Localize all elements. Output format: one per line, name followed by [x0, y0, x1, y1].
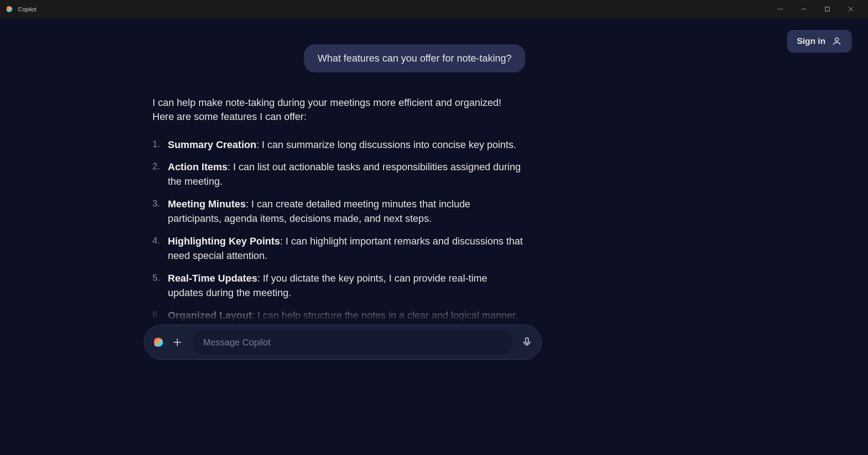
list-item: Real-Time Updates: If you dictate the ke…	[168, 271, 525, 300]
list-item: Organized Layout: I can help structure t…	[168, 308, 525, 325]
svg-point-0	[778, 9, 779, 10]
list-item: Summary Creation: I can summarize long d…	[168, 138, 525, 152]
copilot-logo-icon	[152, 336, 165, 349]
copilot-logo-icon	[5, 5, 14, 13]
chat-area: What features can you offer for note-tak…	[152, 44, 525, 325]
list-item: Meeting Minutes: I can create detailed m…	[168, 197, 525, 226]
list-item: Highlighting Key Points: I can highlight…	[168, 234, 525, 263]
message-input[interactable]	[203, 337, 502, 348]
svg-rect-4	[825, 7, 830, 11]
message-input-wrap	[192, 330, 512, 355]
svg-rect-6	[526, 338, 528, 343]
microphone-button[interactable]	[522, 336, 533, 348]
assistant-intro-text: I can help make note-taking during your …	[152, 96, 525, 124]
feature-list: Summary Creation: I can summarize long d…	[152, 138, 525, 325]
minimize-button[interactable]	[792, 0, 816, 18]
titlebar-title: Copilot	[18, 6, 36, 13]
feature-title: Action Items	[168, 161, 228, 172]
more-button[interactable]	[768, 0, 792, 18]
user-icon	[832, 36, 842, 46]
titlebar-left: Copilot	[5, 5, 36, 13]
close-button[interactable]	[839, 0, 863, 18]
user-message-bubble: What features can you offer for note-tak…	[304, 44, 525, 72]
titlebar: Copilot	[0, 0, 868, 18]
sign-in-label: Sign in	[797, 36, 825, 46]
feature-title: Summary Creation	[168, 139, 256, 150]
svg-rect-3	[802, 9, 806, 10]
window-controls	[768, 0, 863, 18]
feature-title: Meeting Minutes	[168, 198, 246, 210]
feature-desc: : I can summarize long discussions into …	[256, 139, 517, 150]
maximize-button[interactable]	[816, 0, 839, 18]
app-body: Sign in What features can you offer for …	[0, 18, 868, 455]
svg-point-1	[780, 9, 781, 10]
add-button[interactable]	[171, 336, 183, 348]
sign-in-button[interactable]: Sign in	[787, 30, 852, 53]
svg-point-5	[835, 38, 838, 41]
svg-point-2	[782, 9, 783, 10]
feature-title: Real-Time Updates	[168, 273, 257, 284]
list-item: Action Items: I can list out actionable …	[168, 160, 525, 189]
message-input-bar	[144, 325, 542, 360]
feature-title: Highlighting Key Points	[168, 235, 280, 247]
feature-title: Organized Layout	[168, 310, 252, 321]
